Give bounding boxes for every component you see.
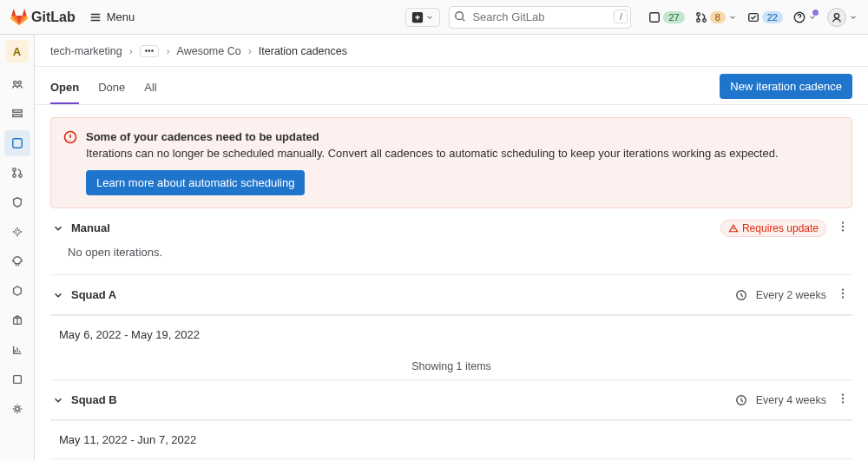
sidebar-item-packages[interactable] (4, 307, 30, 333)
merge-requests-counter[interactable]: 8 (695, 11, 737, 23)
chevron-right-icon: › (129, 45, 133, 57)
svg-rect-13 (12, 139, 22, 148)
menu-button[interactable]: Menu (84, 7, 141, 27)
svg-point-26 (842, 293, 844, 294)
alert-body: Iterations can no longer be scheduled ma… (86, 147, 839, 160)
todo-icon (747, 11, 760, 23)
tab-all[interactable]: All (144, 72, 156, 104)
issues-icon (648, 11, 661, 23)
svg-point-10 (17, 82, 21, 85)
chevron-down-icon[interactable] (52, 222, 64, 234)
svg-point-5 (702, 18, 706, 22)
sidebar-item-issues[interactable] (4, 130, 30, 156)
sidebar-item-ci[interactable] (4, 219, 30, 245)
sidebar-item-info[interactable] (4, 71, 30, 97)
tab-open[interactable]: Open (50, 72, 79, 104)
search-box: / (449, 6, 631, 29)
cadence-title: Squad B (71, 393, 117, 406)
svg-point-3 (696, 12, 700, 16)
deploy-icon (11, 255, 23, 267)
tab-done[interactable]: Done (98, 72, 125, 104)
iteration-row[interactable]: May 6, 2022 - May 19, 2022 (50, 315, 852, 353)
svg-point-21 (842, 221, 844, 223)
cadence-actions-menu[interactable] (835, 286, 851, 304)
iteration-row[interactable]: May 11, 2022 - Jun 7, 2022 (50, 420, 852, 458)
cadence-title: Manual (71, 221, 110, 234)
breadcrumb-root[interactable]: tech-marketing (50, 45, 122, 57)
cadence-header[interactable]: Squad B Every 4 weeks (52, 391, 851, 409)
sidebar-item-merge-requests[interactable] (4, 160, 30, 186)
clock-icon (735, 394, 747, 406)
breadcrumb: tech-marketing › ••• › Awesome Co › Iter… (35, 35, 868, 67)
sidebar-item-settings[interactable] (4, 396, 30, 422)
kebab-icon (837, 287, 849, 300)
svg-point-4 (696, 18, 700, 22)
search-icon (454, 10, 466, 23)
cadence-section: Squad A Every 2 weeks (50, 275, 852, 315)
chevron-right-icon: › (248, 45, 252, 57)
issues-icon (11, 137, 23, 149)
hamburger-icon (89, 11, 102, 23)
warning-icon (728, 223, 739, 234)
cadence-section: Manual Requires update No open iteration… (50, 208, 852, 275)
book-icon (11, 373, 23, 385)
cadence-actions-menu[interactable] (835, 219, 851, 237)
alert-title: Some of your cadences need to be updated (86, 130, 839, 143)
todos-counter[interactable]: 22 (747, 11, 783, 23)
search-kbd-hint: / (614, 10, 628, 23)
svg-point-29 (842, 393, 844, 395)
create-new-dropdown[interactable] (405, 8, 440, 27)
svg-point-16 (18, 175, 22, 178)
sidebar-item-deployments[interactable] (4, 248, 30, 274)
sidebar-item-security[interactable] (4, 189, 30, 215)
svg-point-14 (12, 168, 16, 172)
cadence-frequency: Every 2 weeks (756, 289, 826, 301)
alert-learn-more-button[interactable]: Learn more about automatic scheduling (86, 170, 305, 195)
empty-state-text: No open iterations. (52, 237, 851, 264)
chart-icon (11, 344, 23, 356)
top-nav: GitLab Menu / 27 8 22 (0, 0, 868, 35)
svg-point-30 (842, 398, 844, 399)
cadence-title: Squad A (71, 288, 116, 301)
person-icon (831, 11, 843, 23)
tanuki-icon (10, 9, 28, 26)
merge-request-icon (11, 167, 23, 179)
svg-rect-11 (12, 110, 22, 113)
svg-rect-18 (13, 376, 21, 384)
issues-counter[interactable]: 27 (648, 11, 684, 23)
breadcrumb-ellipsis[interactable]: ••• (140, 45, 160, 57)
chevron-down-icon[interactable] (52, 394, 64, 406)
error-icon (63, 130, 77, 144)
new-cadence-button[interactable]: New iteration cadence (720, 74, 852, 99)
chevron-down-icon (849, 11, 858, 23)
cadence-header[interactable]: Squad A Every 2 weeks (52, 286, 851, 304)
svg-point-19 (15, 407, 18, 411)
help-dropdown[interactable] (793, 11, 817, 23)
sidebar-item-kubernetes[interactable] (4, 278, 30, 304)
sidebar-item-wiki[interactable] (4, 366, 30, 392)
group-icon (11, 78, 23, 90)
breadcrumb-group[interactable]: Awesome Co (177, 45, 241, 57)
sidebar-item-analytics[interactable] (4, 337, 30, 363)
svg-point-1 (456, 11, 464, 19)
plus-square-icon (411, 11, 424, 23)
nav-counters: 27 8 22 (648, 8, 858, 27)
question-icon (793, 11, 806, 23)
cadence-header[interactable]: Manual Requires update (52, 219, 851, 237)
shield-icon (11, 196, 23, 208)
package-icon (11, 314, 23, 326)
brand-text: GitLab (31, 10, 76, 25)
project-avatar[interactable]: A (6, 40, 29, 63)
sidebar-item-epics[interactable] (4, 101, 30, 127)
cadence-actions-menu[interactable] (835, 391, 851, 409)
gitlab-logo[interactable]: GitLab (10, 9, 76, 26)
user-menu[interactable] (827, 8, 858, 27)
chevron-down-icon[interactable] (52, 289, 64, 301)
breadcrumb-current: Iteration cadences (259, 45, 347, 57)
menu-label: Menu (107, 10, 135, 23)
clock-icon (735, 289, 747, 301)
epic-icon (11, 108, 23, 120)
user-avatar (827, 8, 846, 27)
search-input[interactable] (449, 6, 631, 29)
requires-update-badge: Requires update (720, 220, 826, 237)
